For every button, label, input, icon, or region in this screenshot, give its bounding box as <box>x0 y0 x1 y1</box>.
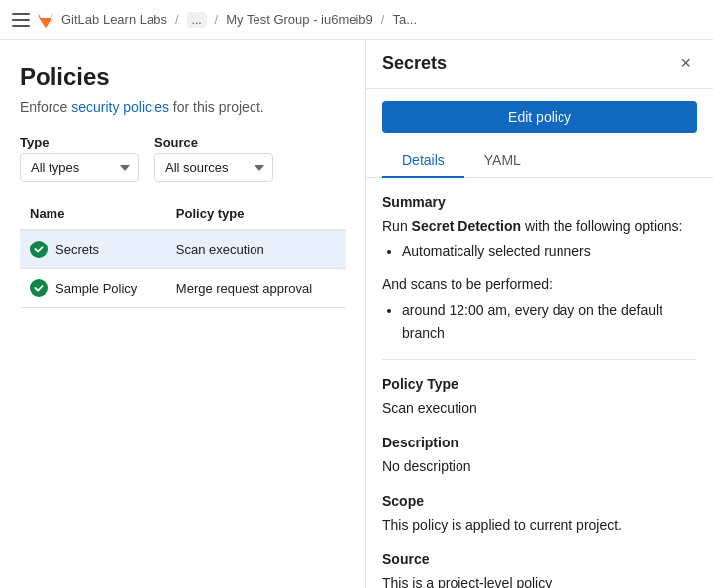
breadcrumb-gitlab[interactable]: GitLab Learn Labs <box>61 12 167 27</box>
scope-title: Scope <box>382 493 697 509</box>
page-subtitle: Enforce security policies for this proje… <box>20 99 346 115</box>
sidebar-toggle-icon[interactable] <box>12 11 30 29</box>
summary-prefix: Run <box>382 218 412 234</box>
type-filter-group: Type All types <box>20 135 139 182</box>
policy-name-cell: Sample Policy <box>20 269 166 308</box>
summary-bold: Secret Detection <box>412 218 521 234</box>
policy-type-cell: Scan execution <box>166 230 346 269</box>
divider-1 <box>382 359 697 360</box>
subtitle-suffix: for this project. <box>169 99 264 115</box>
left-panel: Policies Enforce security policies for t… <box>0 40 366 588</box>
scope-section: Scope This policy is applied to current … <box>382 493 697 536</box>
type-filter-select[interactable]: All types <box>20 153 139 182</box>
page-title: Policies <box>20 63 346 91</box>
col-policy-type: Policy type <box>166 198 346 230</box>
row-check-icon <box>30 279 48 297</box>
policies-table: Name Policy type Secrets Scan execution … <box>20 198 346 308</box>
policy-name: Sample Policy <box>55 281 137 296</box>
policy-type-value: Scan execution <box>382 398 697 419</box>
breadcrumb-more[interactable]: ... <box>187 12 207 28</box>
source-filter-group: Source All sources <box>154 135 273 182</box>
summary-bullet-item: around 12:00 am, every day on the defaul… <box>402 299 697 343</box>
tab-yaml[interactable]: YAML <box>464 145 541 178</box>
summary-section: Summary Run Secret Detection with the fo… <box>382 194 697 343</box>
policy-type-title: Policy Type <box>382 376 697 392</box>
policy-type-cell: Merge request approval <box>166 269 346 308</box>
description-title: Description <box>382 435 697 450</box>
table-row[interactable]: Sample Policy Merge request approval <box>20 269 346 308</box>
svg-rect-2 <box>12 25 30 27</box>
svg-rect-1 <box>12 19 30 21</box>
tabs-row: DetailsYAML <box>366 145 713 178</box>
svg-point-4 <box>30 279 48 297</box>
policy-name: Secrets <box>55 243 99 257</box>
tab-details[interactable]: Details <box>382 145 464 178</box>
breadcrumb-sep-2: / <box>215 12 219 27</box>
col-name: Name <box>20 198 166 230</box>
summary-suffix: with the following options: <box>521 218 682 234</box>
breadcrumb-sep-3: / <box>381 12 385 27</box>
filters-row: Type All types Source All sources <box>20 135 346 182</box>
gitlab-logo <box>36 10 55 30</box>
summary-line2: And scans to be performed: <box>382 274 697 295</box>
panel-header: Secrets × <box>366 40 713 89</box>
source-filter-label: Source <box>154 135 273 149</box>
table-row[interactable]: Secrets Scan execution <box>20 230 346 269</box>
summary-bullets2: around 12:00 am, every day on the defaul… <box>402 299 697 343</box>
subtitle-text: Enforce <box>20 99 71 115</box>
panel-body: Summary Run Secret Detection with the fo… <box>366 178 713 588</box>
source-section: Source This is a project-level policy <box>382 551 697 588</box>
summary-bullet-item: Automatically selected runners <box>402 241 697 262</box>
panel-title: Secrets <box>382 53 447 74</box>
close-button[interactable]: × <box>674 51 697 76</box>
breadcrumb-sep-1: / <box>175 12 179 27</box>
description-value: No description <box>382 456 697 477</box>
scope-value: This policy is applied to current projec… <box>382 515 697 536</box>
breadcrumb-last[interactable]: Ta... <box>392 12 417 27</box>
source-title: Source <box>382 551 697 567</box>
type-filter-label: Type <box>20 135 139 149</box>
main-layout: Policies Enforce security policies for t… <box>0 40 713 588</box>
source-value: This is a project-level policy <box>382 573 697 588</box>
summary-title: Summary <box>382 194 697 210</box>
description-section: Description No description <box>382 435 697 477</box>
source-filter-select[interactable]: All sources <box>154 153 273 182</box>
summary-line1: Run Secret Detection with the following … <box>382 216 697 237</box>
svg-rect-0 <box>12 13 30 15</box>
right-panel: Secrets × Edit policy DetailsYAML Summar… <box>366 40 713 588</box>
edit-policy-button[interactable]: Edit policy <box>382 101 697 133</box>
policy-type-section: Policy Type Scan execution <box>382 376 697 419</box>
topbar: GitLab Learn Labs / ... / My Test Group … <box>0 0 713 40</box>
policy-name-cell: Secrets <box>20 230 166 269</box>
svg-point-3 <box>30 241 48 258</box>
row-check-icon <box>30 241 48 258</box>
summary-bullets1: Automatically selected runners <box>402 241 697 262</box>
security-policies-link[interactable]: security policies <box>71 99 169 115</box>
breadcrumb-group[interactable]: My Test Group - iu6meib9 <box>226 12 373 27</box>
